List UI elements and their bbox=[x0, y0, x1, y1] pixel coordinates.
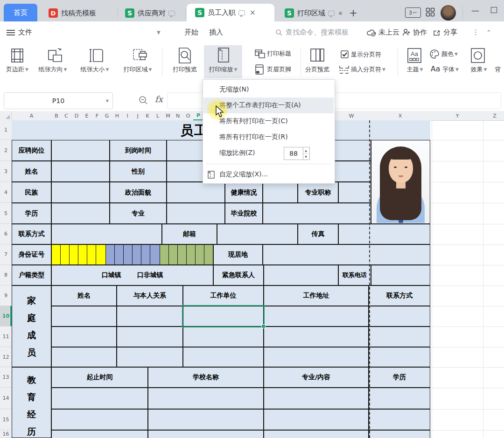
label-name[interactable]: 姓名 bbox=[12, 161, 51, 182]
cloud-status[interactable]: 未上云 bbox=[367, 28, 399, 37]
menu-item-no-scale[interactable]: 无缩放(N) bbox=[203, 82, 334, 97]
cell-blank[interactable] bbox=[264, 388, 369, 409]
label-id-number[interactable]: 身份证号 bbox=[12, 244, 51, 265]
family-header-contact[interactable]: 联系方式 bbox=[369, 285, 430, 306]
header-footer-icon[interactable] bbox=[255, 64, 264, 75]
cell-blank[interactable] bbox=[264, 306, 369, 327]
cell-blank[interactable] bbox=[51, 409, 148, 430]
print-scale-button[interactable]: 打印缩放▼ bbox=[204, 65, 242, 74]
cell-blank[interactable] bbox=[51, 306, 117, 327]
cell-blank[interactable] bbox=[167, 182, 225, 203]
option-urban[interactable]: 口城镇 bbox=[102, 271, 121, 279]
label-ethnicity[interactable]: 民族 bbox=[12, 182, 51, 203]
cell-blank[interactable] bbox=[338, 182, 371, 203]
cell-blank[interactable] bbox=[371, 265, 430, 285]
cell-blank[interactable] bbox=[148, 409, 264, 430]
insert-pagebreak-icon[interactable] bbox=[339, 65, 349, 74]
collapse-ribbon-icon[interactable]: ⌃ bbox=[486, 29, 491, 36]
fill-handle[interactable] bbox=[261, 324, 266, 328]
orientation-button[interactable]: 纸张方向▼ bbox=[34, 65, 72, 74]
nav-tab-insert[interactable]: 插入 bbox=[209, 28, 223, 37]
col-header-E[interactable]: E bbox=[82, 111, 92, 120]
col-header-A[interactable]: A bbox=[12, 111, 51, 120]
cell-blank[interactable] bbox=[167, 203, 225, 224]
row-header-8[interactable]: 8 bbox=[0, 265, 12, 285]
cell-blank[interactable] bbox=[117, 327, 183, 347]
label-emergency-contact[interactable]: 紧急联系人 bbox=[213, 265, 264, 285]
row-header-2[interactable]: 2 bbox=[0, 140, 12, 161]
effects-button[interactable]: 效果▼ bbox=[466, 65, 492, 74]
id-digit-cell[interactable] bbox=[87, 244, 97, 265]
maximize-button[interactable]: □ bbox=[490, 5, 497, 14]
edu-header-period[interactable]: 起止时间 bbox=[51, 367, 148, 388]
family-header-work-address[interactable]: 工作地址 bbox=[264, 285, 369, 306]
cell-blank[interactable] bbox=[183, 347, 264, 367]
id-digit-cell[interactable] bbox=[114, 244, 124, 265]
family-header-relation[interactable]: 与本人关系 bbox=[117, 285, 183, 306]
cell-blank[interactable] bbox=[264, 430, 369, 438]
id-digit-cell[interactable] bbox=[186, 244, 196, 265]
zoom-minus-icon[interactable] bbox=[138, 95, 148, 105]
show-pagebreaks-checkbox[interactable] bbox=[341, 50, 349, 58]
cell-blank[interactable] bbox=[51, 161, 110, 182]
id-digit-cell[interactable] bbox=[78, 244, 88, 265]
pagebreak-preview-icon[interactable] bbox=[309, 47, 326, 64]
cell-blank[interactable] bbox=[148, 388, 264, 409]
scale-value-input[interactable]: 88 bbox=[284, 147, 303, 160]
cell-blank[interactable] bbox=[51, 224, 162, 244]
effects-icon[interactable] bbox=[470, 48, 485, 63]
label-major[interactable]: 专业 bbox=[110, 203, 167, 224]
fonts-button[interactable]: 字体▼ bbox=[442, 65, 469, 74]
label-professional-title[interactable]: 专业职称 bbox=[298, 182, 338, 203]
id-digit-cell[interactable] bbox=[177, 244, 187, 265]
quickbar-dropdown-icon[interactable]: ▼ bbox=[157, 30, 161, 35]
col-header-O[interactable]: O bbox=[183, 111, 193, 120]
app-center-grid-icon[interactable] bbox=[426, 7, 435, 19]
option-non-urban[interactable]: 口非城镇 bbox=[137, 271, 163, 279]
cell-blank[interactable] bbox=[217, 224, 298, 244]
col-header-C[interactable]: C bbox=[61, 111, 71, 120]
col-header-K[interactable]: K bbox=[142, 111, 153, 120]
cell-blank[interactable] bbox=[369, 388, 430, 409]
pagebreak-preview-button[interactable]: 分页预览 bbox=[301, 65, 334, 74]
print-area-button[interactable]: 打印区域▼ bbox=[118, 65, 158, 74]
orientation-icon[interactable] bbox=[47, 47, 64, 64]
col-header-H[interactable]: H bbox=[112, 111, 122, 120]
print-titles-icon[interactable] bbox=[255, 49, 265, 59]
row-header-15[interactable]: 15 bbox=[0, 409, 12, 430]
label-contact[interactable]: 联系方式 bbox=[12, 224, 51, 244]
col-header-N[interactable]: N bbox=[173, 111, 183, 120]
cell-blank[interactable] bbox=[148, 430, 264, 438]
colors-palette-icon[interactable] bbox=[429, 49, 440, 59]
tab-supplier-doc[interactable]: S 供应商对 bbox=[118, 5, 186, 21]
print-scale-icon[interactable] bbox=[216, 47, 231, 64]
edu-header-major[interactable]: 专业/内容 bbox=[264, 367, 369, 388]
tab-home[interactable]: 首页 bbox=[4, 4, 37, 21]
cell-blank[interactable] bbox=[51, 347, 117, 367]
col-header-Z[interactable]: Z bbox=[483, 111, 504, 120]
colors-button[interactable]: 颜色▼ bbox=[441, 50, 468, 58]
cell-blank[interactable] bbox=[263, 244, 430, 265]
id-digit-cell[interactable] bbox=[105, 244, 115, 265]
paper-size-icon[interactable] bbox=[89, 47, 105, 64]
id-digit-cell[interactable] bbox=[141, 244, 151, 265]
new-tab-button[interactable]: + bbox=[348, 5, 359, 21]
cell-blank[interactable] bbox=[117, 347, 183, 367]
row-header-12[interactable]: 12 bbox=[0, 347, 12, 367]
label-health[interactable]: 健康情况 bbox=[225, 182, 263, 203]
margins-button[interactable]: 页边距▼ bbox=[1, 65, 34, 74]
label-household-type[interactable]: 户籍类型 bbox=[12, 265, 51, 285]
insert-pagebreak-button[interactable]: 插入分页符▼ bbox=[351, 65, 388, 74]
cell-blank[interactable] bbox=[51, 327, 117, 347]
id-digit-cell[interactable] bbox=[51, 244, 61, 265]
row-header-9[interactable]: 9 bbox=[0, 285, 12, 306]
menu-item-fit-rows-one-page[interactable]: 将所有行打印在一页(R) bbox=[203, 129, 334, 145]
col-header-G[interactable]: G bbox=[102, 111, 112, 120]
edu-header-degree[interactable]: 学历 bbox=[369, 367, 430, 388]
label-graduate-school[interactable]: 毕业院校 bbox=[225, 203, 263, 224]
margins-icon[interactable] bbox=[9, 48, 25, 63]
select-all-corner[interactable] bbox=[0, 111, 12, 120]
id-digit-cell[interactable] bbox=[150, 244, 160, 265]
label-position-applied[interactable]: 应聘岗位 bbox=[12, 140, 51, 161]
col-header-W[interactable]: W bbox=[334, 111, 369, 120]
